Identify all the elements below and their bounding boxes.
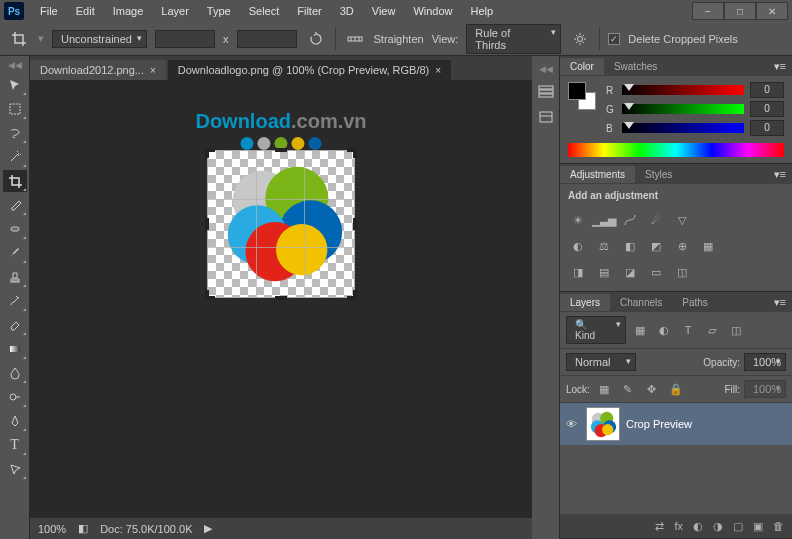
crop-width-input[interactable] <box>155 30 215 48</box>
lock-all-icon[interactable]: 🔒 <box>666 380 686 398</box>
menu-help[interactable]: Help <box>463 2 502 20</box>
menu-window[interactable]: Window <box>405 2 460 20</box>
r-slider[interactable] <box>622 85 744 95</box>
exposure-icon[interactable]: ☄ <box>646 211 666 229</box>
layer-filter-dropdown[interactable]: 🔍 Kind <box>566 316 626 344</box>
canvas-area[interactable]: Download.com.vn <box>30 80 532 517</box>
blur-tool[interactable] <box>3 362 27 384</box>
crop-tool[interactable] <box>3 170 27 192</box>
type-tool[interactable]: T <box>3 434 27 456</box>
blend-mode-dropdown[interactable]: Normal <box>566 353 636 371</box>
lookup-icon[interactable]: ▦ <box>698 237 718 255</box>
b-value[interactable]: 0 <box>750 120 784 136</box>
posterize-icon[interactable]: ▤ <box>594 263 614 281</box>
tab-channels[interactable]: Channels <box>610 294 672 311</box>
gradient-tool[interactable] <box>3 338 27 360</box>
zoom-level[interactable]: 100% <box>38 523 66 535</box>
properties-panel-icon[interactable] <box>536 108 556 126</box>
marquee-tool[interactable] <box>3 98 27 120</box>
layer-mask-icon[interactable]: ◐ <box>693 520 703 533</box>
panel-menu-icon[interactable]: ▾≡ <box>768 60 792 73</box>
color-spectrum[interactable] <box>568 143 784 157</box>
g-value[interactable]: 0 <box>750 101 784 117</box>
menu-3d[interactable]: 3D <box>332 2 362 20</box>
levels-icon[interactable]: ▁▃▅ <box>594 211 614 229</box>
menu-select[interactable]: Select <box>241 2 288 20</box>
reset-icon[interactable] <box>305 28 327 50</box>
tab-styles[interactable]: Styles <box>635 166 682 183</box>
dodge-tool[interactable] <box>3 386 27 408</box>
filter-type-icon[interactable]: T <box>678 321 698 339</box>
vibrance-icon[interactable]: ▽ <box>672 211 692 229</box>
fg-bg-swatch[interactable] <box>568 82 596 110</box>
move-tool[interactable] <box>3 74 27 96</box>
layer-item[interactable]: 👁 Crop Preview <box>560 403 792 445</box>
brush-tool[interactable] <box>3 242 27 264</box>
overlay-dropdown[interactable]: Rule of Thirds <box>466 24 561 54</box>
crop-height-input[interactable] <box>237 30 297 48</box>
close-button[interactable]: ✕ <box>756 2 788 20</box>
history-panel-icon[interactable] <box>536 82 556 100</box>
eraser-tool[interactable] <box>3 314 27 336</box>
doc-info-flyout[interactable]: ▶ <box>204 522 212 535</box>
lock-transparent-icon[interactable]: ▦ <box>594 380 614 398</box>
menu-view[interactable]: View <box>364 2 404 20</box>
minimize-button[interactable]: − <box>692 2 724 20</box>
layer-name[interactable]: Crop Preview <box>626 418 692 430</box>
delete-layer-icon[interactable]: 🗑 <box>773 520 784 532</box>
new-group-icon[interactable]: ▢ <box>733 520 743 533</box>
tab-layers[interactable]: Layers <box>560 294 610 311</box>
visibility-icon[interactable]: 👁 <box>566 418 580 430</box>
menu-filter[interactable]: Filter <box>289 2 329 20</box>
delete-cropped-checkbox[interactable]: ✓ <box>608 33 620 45</box>
hue-icon[interactable]: ◐ <box>568 237 588 255</box>
new-layer-icon[interactable]: ▣ <box>753 520 763 533</box>
path-select-tool[interactable] <box>3 458 27 480</box>
filter-pixel-icon[interactable]: ▦ <box>630 321 650 339</box>
link-layers-icon[interactable]: ⇄ <box>655 520 664 533</box>
menu-edit[interactable]: Edit <box>68 2 103 20</box>
channel-mixer-icon[interactable]: ⊕ <box>672 237 692 255</box>
pen-tool[interactable] <box>3 410 27 432</box>
menu-file[interactable]: File <box>32 2 66 20</box>
layer-thumbnail[interactable] <box>586 407 620 441</box>
close-icon[interactable]: × <box>435 65 441 76</box>
threshold-icon[interactable]: ◪ <box>620 263 640 281</box>
filter-shape-icon[interactable]: ▱ <box>702 321 722 339</box>
r-value[interactable]: 0 <box>750 82 784 98</box>
menu-type[interactable]: Type <box>199 2 239 20</box>
tab-paths[interactable]: Paths <box>672 294 718 311</box>
magic-wand-tool[interactable] <box>3 146 27 168</box>
brightness-icon[interactable]: ☀ <box>568 211 588 229</box>
stamp-tool[interactable] <box>3 266 27 288</box>
curves-icon[interactable] <box>620 211 640 229</box>
menu-image[interactable]: Image <box>105 2 152 20</box>
lasso-tool[interactable] <box>3 122 27 144</box>
doc-info-icon[interactable]: ◧ <box>78 522 88 535</box>
healing-tool[interactable] <box>3 218 27 240</box>
crop-region[interactable] <box>207 150 355 298</box>
tab-color[interactable]: Color <box>560 58 604 75</box>
invert-icon[interactable]: ◨ <box>568 263 588 281</box>
layer-fx-icon[interactable]: fx <box>674 520 683 532</box>
selective-icon[interactable]: ◫ <box>672 263 692 281</box>
photo-filter-icon[interactable]: ◩ <box>646 237 666 255</box>
tab-swatches[interactable]: Swatches <box>604 58 667 75</box>
document-tab-1[interactable]: Downloadlogo.png @ 100% (Crop Preview, R… <box>168 60 451 80</box>
opacity-input[interactable]: 100% <box>744 353 786 371</box>
history-brush-tool[interactable] <box>3 290 27 312</box>
lock-pixels-icon[interactable]: ✎ <box>618 380 638 398</box>
b-slider[interactable] <box>622 123 744 133</box>
crop-tool-icon[interactable] <box>8 28 30 50</box>
filter-adj-icon[interactable]: ◐ <box>654 321 674 339</box>
bw-icon[interactable]: ◧ <box>620 237 640 255</box>
panel-menu-icon[interactable]: ▾≡ <box>768 296 792 309</box>
new-fill-icon[interactable]: ◑ <box>713 520 723 533</box>
lock-position-icon[interactable]: ✥ <box>642 380 662 398</box>
aspect-ratio-dropdown[interactable]: Unconstrained <box>52 30 147 48</box>
panel-menu-icon[interactable]: ▾≡ <box>768 168 792 181</box>
close-icon[interactable]: × <box>150 65 156 76</box>
eyedropper-tool[interactable] <box>3 194 27 216</box>
tab-adjustments[interactable]: Adjustments <box>560 166 635 183</box>
document-tab-0[interactable]: Download2012.png...× <box>30 60 166 80</box>
